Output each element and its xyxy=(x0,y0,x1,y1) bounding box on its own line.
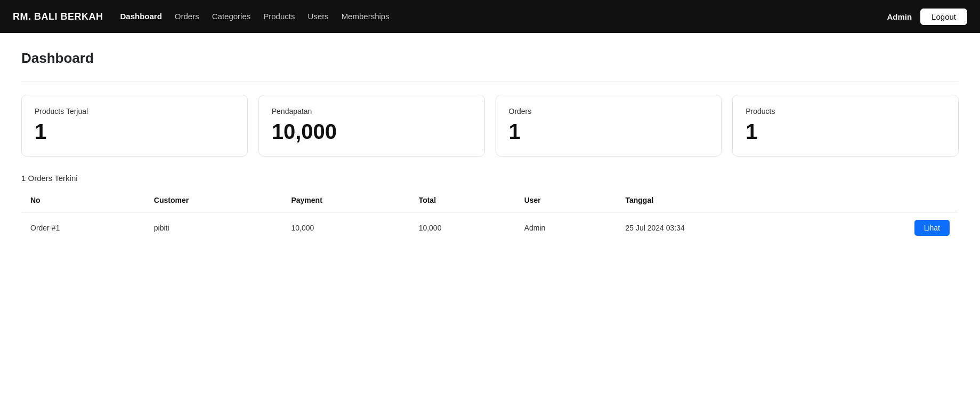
stat-card-orders: Orders 1 xyxy=(496,95,722,157)
nav-item-memberships[interactable]: Memberships xyxy=(342,12,390,21)
col-header-payment: Payment xyxy=(282,188,410,212)
orders-count-label: 1 Orders Terkini xyxy=(21,174,959,183)
cell-tanggal: 25 Jul 2024 03:34 xyxy=(617,212,819,244)
cell-customer: pibiti xyxy=(145,212,283,244)
stat-card-pendapatan: Pendapatan 10,000 xyxy=(258,95,485,157)
stat-value-products: 1 xyxy=(746,120,945,143)
table-header: No Customer Payment Total User Tanggal xyxy=(22,188,959,212)
col-header-customer: Customer xyxy=(145,188,283,212)
col-header-total: Total xyxy=(410,188,516,212)
cell-total: 10,000 xyxy=(410,212,516,244)
stat-value-orders: 1 xyxy=(509,120,709,143)
nav-link-products[interactable]: Products xyxy=(263,12,295,21)
nav-link-orders[interactable]: Orders xyxy=(175,12,199,21)
table-body: Order #1 pibiti 10,000 10,000 Admin 25 J… xyxy=(22,212,959,244)
stat-label-orders: Orders xyxy=(509,107,709,116)
stat-value-pendapatan: 10,000 xyxy=(272,120,472,143)
nav-item-orders[interactable]: Orders xyxy=(175,12,199,21)
stat-card-products: Products 1 xyxy=(732,95,959,157)
lihat-button[interactable]: Lihat xyxy=(914,220,950,236)
cell-payment: 10,000 xyxy=(282,212,410,244)
cell-no: Order #1 xyxy=(22,212,145,244)
col-header-tanggal: Tanggal xyxy=(617,188,819,212)
cell-action: Lihat xyxy=(819,212,959,244)
nav-item-dashboard[interactable]: Dashboard xyxy=(120,12,162,21)
stat-label-pendapatan: Pendapatan xyxy=(272,107,472,116)
stat-value-products-terjual: 1 xyxy=(35,120,234,143)
stat-label-products: Products xyxy=(746,107,945,116)
nav-item-categories[interactable]: Categories xyxy=(212,12,251,21)
username-label: Admin xyxy=(887,12,912,21)
page-title: Dashboard xyxy=(21,50,959,67)
col-header-no: No xyxy=(22,188,145,212)
nav-item-users[interactable]: Users xyxy=(307,12,328,21)
table-row: Order #1 pibiti 10,000 10,000 Admin 25 J… xyxy=(22,212,959,244)
stat-card-products-terjual: Products Terjual 1 xyxy=(21,95,248,157)
orders-table: No Customer Payment Total User Tanggal O… xyxy=(21,188,959,244)
nav-item-products[interactable]: Products xyxy=(263,12,295,21)
col-header-action xyxy=(819,188,959,212)
logout-button[interactable]: Logout xyxy=(920,9,967,25)
main-content: Dashboard Products Terjual 1 Pendapatan … xyxy=(0,33,980,261)
nav-link-categories[interactable]: Categories xyxy=(212,12,251,21)
stat-label-products-terjual: Products Terjual xyxy=(35,107,234,116)
orders-section: 1 Orders Terkini No Customer Payment Tot… xyxy=(21,174,959,244)
stat-cards: Products Terjual 1 Pendapatan 10,000 Ord… xyxy=(21,95,959,157)
nav-link-memberships[interactable]: Memberships xyxy=(342,12,390,21)
divider xyxy=(21,81,959,82)
nav-link-dashboard[interactable]: Dashboard xyxy=(120,12,162,21)
table-header-row: No Customer Payment Total User Tanggal xyxy=(22,188,959,212)
nav-link-users[interactable]: Users xyxy=(307,12,328,21)
brand-name: RM. BALI BERKAH xyxy=(13,11,103,22)
navbar-nav: Dashboard Orders Categories Products Use… xyxy=(120,12,390,21)
col-header-user: User xyxy=(516,188,617,212)
cell-user: Admin xyxy=(516,212,617,244)
navbar: RM. BALI BERKAH Dashboard Orders Categor… xyxy=(0,0,980,33)
navbar-right: Admin Logout xyxy=(887,9,967,25)
navbar-left: RM. BALI BERKAH Dashboard Orders Categor… xyxy=(13,11,390,22)
